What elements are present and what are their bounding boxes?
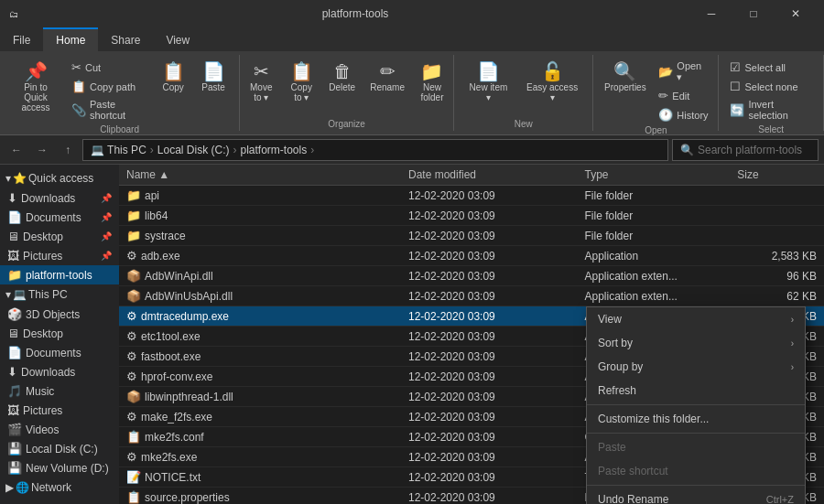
downloads-icon: ⬇ <box>7 191 17 205</box>
col-header-date[interactable]: Date modified <box>401 165 578 186</box>
select-none-button[interactable]: ☐ Select none <box>726 78 816 95</box>
col-header-type[interactable]: Type <box>578 165 731 186</box>
context-menu-item[interactable]: Group by › <box>587 355 805 379</box>
file-name: ⚙make_f2fs.exe <box>119 407 401 427</box>
pin-quick-access-button[interactable]: 📌 Pin to Quickaccess <box>7 59 64 116</box>
tab-file[interactable]: File <box>0 27 43 51</box>
new-folder-button[interactable]: 📁 Newfolder <box>414 59 450 106</box>
file-date: 12-02-2020 03:09 <box>401 387 578 407</box>
file-size: 62 KB <box>730 286 824 306</box>
file-name: ⚙dmtracedump.exe <box>119 306 401 327</box>
up-button[interactable]: ↑ <box>57 139 79 161</box>
ctx-item-label: Paste shortcut <box>598 465 668 477</box>
ctx-item-label: Sort by <box>598 337 633 349</box>
sidebar-item-platform-tools[interactable]: 📁 platform-tools <box>0 265 119 284</box>
copy-to-button[interactable]: 📋 Copyto ▾ <box>283 59 320 106</box>
file-date: 12-02-2020 03:09 <box>401 427 578 447</box>
file-size <box>730 206 824 226</box>
file-name: ⚙mke2fs.exe <box>119 447 401 467</box>
table-row[interactable]: 📦AdbWinUsbApi.dll 12-02-2020 03:09 Appli… <box>119 286 824 306</box>
file-name: 📦AdbWinUsbApi.dll <box>119 286 401 306</box>
file-icon: 📦 <box>126 390 141 403</box>
window-controls[interactable]: ─ □ ✕ <box>690 0 817 27</box>
col-header-name[interactable]: Name ▲ <box>119 165 401 186</box>
desktop2-icon: 🖥 <box>7 327 19 340</box>
file-name: 📁api <box>119 186 401 206</box>
rename-icon: ✏ <box>380 62 396 80</box>
sidebar-item-documents2[interactable]: 📄 Documents <box>0 343 119 362</box>
sidebar-item-3d-objects[interactable]: 🎲 3D Objects <box>0 305 119 324</box>
address-path[interactable]: 💻 This PC › Local Disk (C:) › platform-t… <box>82 139 668 161</box>
sidebar: ▾ ⭐ Quick access ⬇ Downloads 📌 📄 Documen… <box>0 165 119 504</box>
sidebar-item-documents[interactable]: 📄 Documents 📌 <box>0 208 119 227</box>
copy-button[interactable]: 📋 Copy <box>155 59 191 96</box>
context-menu-item[interactable]: Refresh <box>587 379 805 402</box>
sidebar-item-music[interactable]: 🎵 Music <box>0 381 119 401</box>
new-folder-icon: 📁 <box>420 62 443 80</box>
file-icon: 📁 <box>126 188 141 202</box>
tab-share[interactable]: Share <box>98 27 153 51</box>
delete-button[interactable]: 🗑 Delete <box>323 59 361 96</box>
paste-shortcut-button[interactable]: 📎 Paste shortcut <box>68 97 151 123</box>
minimize-button[interactable]: ─ <box>690 0 732 27</box>
search-box[interactable]: 🔍 <box>672 139 819 161</box>
sidebar-item-videos[interactable]: 🎬 Videos <box>0 420 119 439</box>
search-input[interactable] <box>698 144 810 156</box>
sidebar-item-local-disk[interactable]: 💾 Local Disk (C:) <box>0 439 119 458</box>
tab-home[interactable]: Home <box>43 27 98 51</box>
file-icon: ⚙ <box>126 349 137 363</box>
forward-button[interactable]: → <box>31 139 53 161</box>
edit-button[interactable]: ✏ Edit <box>655 87 712 104</box>
context-menu-item[interactable]: Undo Rename Ctrl+Z <box>587 488 805 504</box>
invert-selection-button[interactable]: 🔄 Invert selection <box>726 97 816 123</box>
file-size: 2,583 KB <box>730 246 824 266</box>
ribbon-group-new: 📄 New item ▾ 🔓 Easy access ▾ New <box>454 55 593 131</box>
ribbon-tabs: File Home Share View <box>0 27 824 51</box>
table-row[interactable]: 📁lib64 12-02-2020 03:09 File folder <box>119 206 824 226</box>
back-button[interactable]: ← <box>5 139 27 161</box>
table-row[interactable]: 📁systrace 12-02-2020 03:09 File folder <box>119 226 824 246</box>
paste-shortcut-icon: 📎 <box>71 103 86 117</box>
sidebar-item-new-volume[interactable]: 💾 New Volume (D:) <box>0 458 119 477</box>
file-date: 12-02-2020 03:09 <box>401 186 578 206</box>
table-row[interactable]: ⚙adb.exe 12-02-2020 03:09 Application 2,… <box>119 246 824 266</box>
sidebar-item-desktop[interactable]: 🖥 Desktop 📌 <box>0 227 119 246</box>
easy-access-button[interactable]: 🔓 Easy access ▾ <box>519 59 585 106</box>
select-label: Select <box>758 124 784 134</box>
history-button[interactable]: 🕐 History <box>655 106 712 123</box>
move-to-button[interactable]: ✂ Moveto ▾ <box>243 59 279 106</box>
new-item-button[interactable]: 📄 New item ▾ <box>461 59 515 106</box>
sidebar-item-desktop2[interactable]: 🖥 Desktop <box>0 324 119 343</box>
sidebar-item-pictures[interactable]: 🖼 Pictures 📌 <box>0 246 119 265</box>
sidebar-item-downloads[interactable]: ⬇ Downloads 📌 <box>0 188 119 208</box>
file-icon: ⚙ <box>126 249 137 263</box>
context-menu-item[interactable]: View › <box>587 307 805 331</box>
select-all-button[interactable]: ☑ Select all <box>726 59 816 76</box>
sidebar-this-pc-header[interactable]: ▾ 💻 This PC <box>0 284 119 305</box>
properties-button[interactable]: 🔍 Properties <box>599 59 651 96</box>
sidebar-item-pictures2[interactable]: 🖼 Pictures <box>0 401 119 420</box>
file-size <box>730 226 824 246</box>
open-button[interactable]: 📂 Open ▾ <box>655 59 712 85</box>
copy-path-button[interactable]: 📋 Copy path <box>68 78 151 95</box>
cut-button[interactable]: ✂ Cut <box>68 59 151 76</box>
sidebar-quick-access-header[interactable]: ▾ ⭐ Quick access <box>0 168 119 188</box>
context-menu-item[interactable]: Sort by › <box>587 331 805 355</box>
tab-view[interactable]: View <box>153 27 202 51</box>
table-row[interactable]: 📁api 12-02-2020 03:09 File folder <box>119 186 824 206</box>
shortcut-label: Ctrl+Z <box>766 494 794 504</box>
paste-button[interactable]: 📄 Paste <box>195 59 232 96</box>
file-date: 12-02-2020 03:09 <box>401 367 578 387</box>
context-menu-item[interactable]: Customize this folder... <box>587 407 805 431</box>
close-button[interactable]: ✕ <box>775 0 817 27</box>
maximize-button[interactable]: □ <box>732 0 775 27</box>
select-none-icon: ☐ <box>730 80 741 93</box>
title-bar: 🗂 platform-tools ─ □ ✕ <box>0 0 824 27</box>
sidebar-item-downloads2[interactable]: ⬇ Downloads <box>0 362 119 381</box>
sidebar-network-header[interactable]: ▶ 🌐 Network <box>0 477 119 498</box>
file-date: 12-02-2020 03:09 <box>401 488 578 505</box>
col-header-size[interactable]: Size <box>730 165 824 186</box>
select-content: ☑ Select all ☐ Select none 🔄 Invert sele… <box>726 57 816 123</box>
rename-button[interactable]: ✏ Rename <box>364 59 410 96</box>
table-row[interactable]: 📦AdbWinApi.dll 12-02-2020 03:09 Applicat… <box>119 266 824 286</box>
